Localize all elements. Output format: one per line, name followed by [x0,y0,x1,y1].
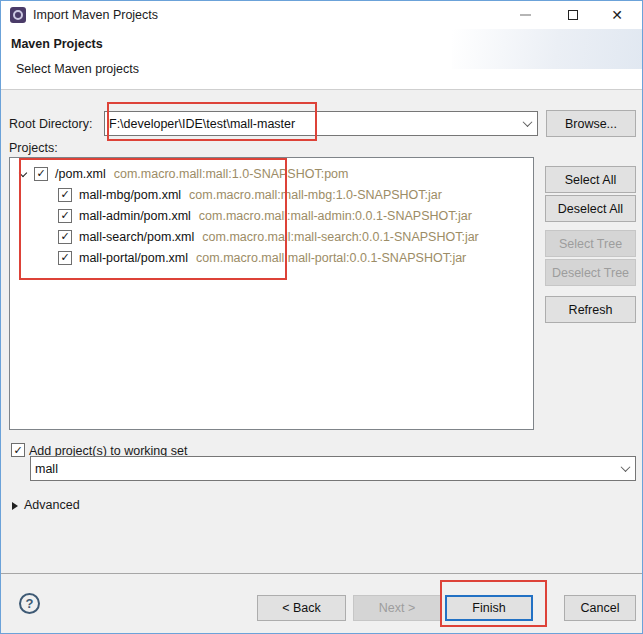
project-gav: com.macro.mall:mall:1.0-SNAPSHOT:pom [114,167,349,181]
footer-separator [1,573,642,574]
close-button[interactable]: ✕ [600,1,634,29]
help-icon: ? [26,596,34,611]
import-maven-projects-dialog: Import Maven Projects ✕ Maven Projects S… [0,0,643,634]
project-name: mall-mbg/pom.xml [79,188,181,202]
working-set-input[interactable] [31,462,615,476]
next-button: Next > [353,595,441,621]
select-tree-button: Select Tree [545,230,636,257]
expander-button[interactable] [18,172,34,176]
advanced-collapsed-arrow-icon[interactable] [12,502,18,510]
project-gav: com.macro.mall:mall-portal:0.0.1-SNAPSHO… [196,251,466,265]
checkbox-checked[interactable]: ✓ [58,209,72,223]
browse-button[interactable]: Browse... [546,110,636,137]
check-icon: ✓ [60,210,69,221]
window-title: Import Maven Projects [33,8,158,22]
advanced-section-toggle[interactable]: Advanced [24,498,80,512]
check-icon: ✓ [60,231,69,242]
minimize-icon [520,14,531,16]
wizard-header: Maven Projects Select Maven projects [1,29,642,90]
checkbox-checked[interactable]: ✓ [34,167,48,181]
project-name: /pom.xml [55,167,106,181]
check-icon: ✓ [60,189,69,200]
working-set-combobox[interactable] [30,456,636,481]
project-name: mall-search/pom.xml [79,230,194,244]
tree-item-mall-mbg[interactable]: ✓ mall-mbg/pom.xml com.macro.mall:mall-m… [10,184,533,205]
header-gradient-decoration [452,29,642,69]
working-set-checkbox-checked[interactable]: ✓ [11,443,25,457]
check-icon: ✓ [60,252,69,263]
minimize-button[interactable] [508,1,542,29]
project-name: mall-portal/pom.xml [79,251,188,265]
combo-dropdown-button[interactable] [517,112,537,135]
root-directory-combobox[interactable] [104,111,538,136]
checkbox-checked[interactable]: ✓ [58,251,72,265]
projects-tree[interactable]: ✓ /pom.xml com.macro.mall:mall:1.0-SNAPS… [9,157,534,430]
refresh-button[interactable]: Refresh [545,296,636,323]
tree-item-mall-admin[interactable]: ✓ mall-admin/pom.xml com.macro.mall:mall… [10,205,533,226]
chevron-down-icon [620,462,630,472]
tree-item-mall-portal[interactable]: ✓ mall-portal/pom.xml com.macro.mall:mal… [10,247,533,268]
help-button[interactable]: ? [19,593,40,614]
check-icon: ✓ [13,445,22,456]
back-button[interactable]: < Back [257,595,346,621]
maximize-icon [568,10,578,20]
page-title: Maven Projects [11,37,103,51]
finish-button[interactable]: Finish [445,595,533,621]
root-directory-input[interactable] [105,117,517,131]
maximize-button[interactable] [556,1,590,29]
close-icon: ✕ [611,7,623,23]
deselect-all-button[interactable]: Deselect All [545,195,636,222]
page-subtitle: Select Maven projects [16,62,139,76]
project-name: mall-admin/pom.xml [79,209,191,223]
root-directory-label: Root Directory: [9,117,92,131]
gear-icon [13,10,23,20]
title-bar: Import Maven Projects ✕ [1,1,642,29]
check-icon: ✓ [36,168,45,179]
projects-label: Projects: [9,141,58,155]
select-all-button[interactable]: Select All [545,166,636,193]
project-gav: com.macro.mall:mall-mbg:1.0-SNAPSHOT:jar [189,188,442,202]
tree-item-mall-search[interactable]: ✓ mall-search/pom.xml com.macro.mall:mal… [10,226,533,247]
project-gav: com.macro.mall:mall-admin:0.0.1-SNAPSHOT… [199,209,472,223]
tree-item-root-pom[interactable]: ✓ /pom.xml com.macro.mall:mall:1.0-SNAPS… [10,163,533,184]
deselect-tree-button: Deselect Tree [545,259,636,286]
maven-import-app-icon [10,7,26,23]
checkbox-checked[interactable]: ✓ [58,188,72,202]
chevron-expanded-icon [19,168,27,176]
combo-dropdown-button[interactable] [615,457,635,480]
cancel-button[interactable]: Cancel [564,595,636,621]
project-gav: com.macro.mall:mall-search:0.0.1-SNAPSHO… [202,230,478,244]
checkbox-checked[interactable]: ✓ [58,230,72,244]
chevron-down-icon [522,117,532,127]
